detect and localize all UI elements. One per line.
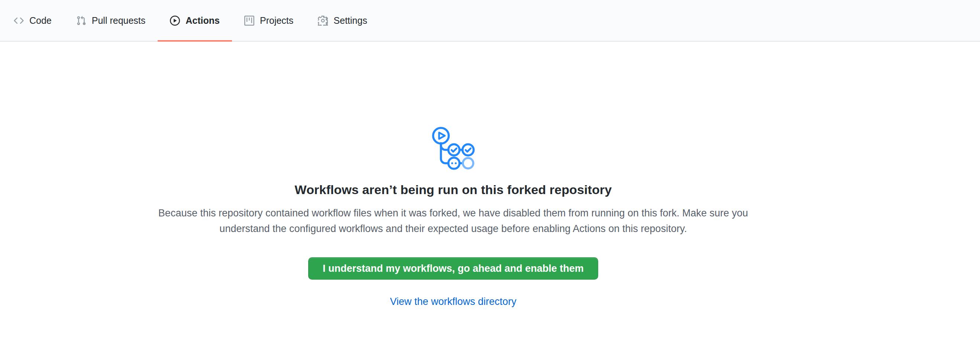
- tab-code-label: Code: [29, 16, 52, 25]
- gear-icon: [318, 16, 328, 25]
- tab-code[interactable]: Code: [2, 0, 64, 41]
- tab-projects-label: Projects: [260, 16, 293, 25]
- tab-projects[interactable]: Projects: [232, 0, 305, 41]
- tab-settings-label: Settings: [334, 16, 367, 25]
- project-icon: [244, 16, 254, 25]
- tab-settings[interactable]: Settings: [305, 0, 379, 41]
- fork-workflows-description: Because this repository contained workfl…: [148, 205, 758, 237]
- workflow-graph-icon: [431, 125, 476, 170]
- code-icon: [14, 16, 24, 25]
- git-pull-request-icon: [76, 16, 86, 25]
- tab-pull-requests-label: Pull requests: [92, 16, 146, 25]
- tab-actions[interactable]: Actions: [158, 0, 232, 41]
- tab-actions-label: Actions: [186, 16, 220, 25]
- enable-workflows-button[interactable]: I understand my workflows, go ahead and …: [308, 257, 598, 280]
- play-icon: [170, 16, 180, 25]
- actions-blankslate: Workflows aren’t being run on this forke…: [0, 42, 907, 308]
- tab-pull-requests[interactable]: Pull requests: [64, 0, 158, 41]
- repo-tab-nav: Code Pull requests Actions Projects Sett…: [0, 0, 980, 42]
- view-workflows-directory-link[interactable]: View the workflows directory: [390, 296, 516, 308]
- page-title: Workflows aren’t being run on this forke…: [295, 183, 612, 197]
